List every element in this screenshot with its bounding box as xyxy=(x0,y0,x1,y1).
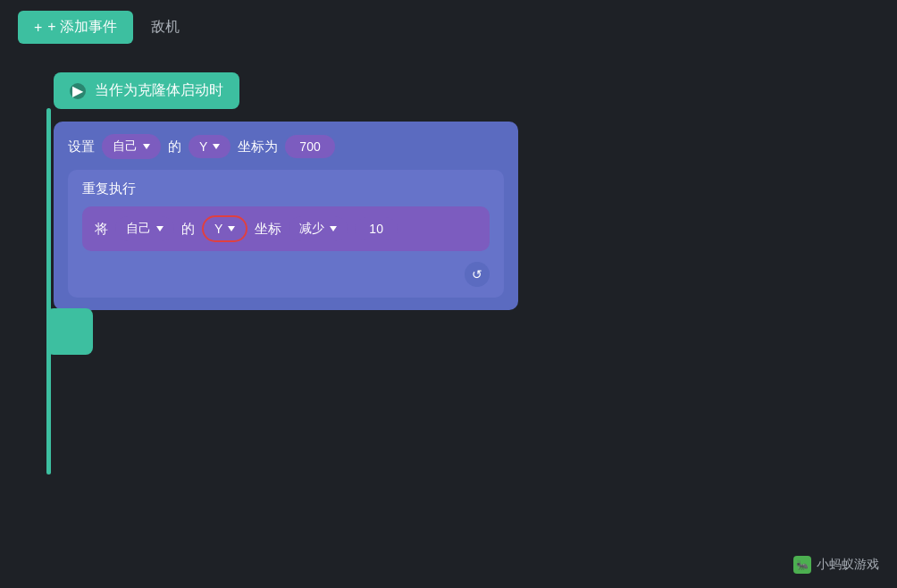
wechat-icon: 🐜 xyxy=(793,556,811,574)
canvas-area: ▶ 当作为克隆体启动时 设置 自己 的 Y 坐标为 700 重复执行 xyxy=(0,55,897,328)
action-operation-dropdown[interactable]: 减少 xyxy=(289,216,348,241)
set-value: 700 xyxy=(299,139,320,154)
refresh-area: ↺ xyxy=(82,258,490,287)
set-axis-label: Y xyxy=(199,139,207,154)
action-subject-arrow xyxy=(156,226,163,231)
set-value-pill[interactable]: 700 xyxy=(285,135,334,158)
tab-label: 敌机 xyxy=(151,18,180,37)
action-operation-arrow xyxy=(330,226,337,231)
action-operation-label: 减少 xyxy=(299,221,324,237)
set-axis-dropdown[interactable]: Y xyxy=(189,135,231,158)
set-y-block: 设置 自己 的 Y 坐标为 700 xyxy=(68,134,504,159)
vertical-connector-line xyxy=(46,108,51,475)
action-block: 将 自己 的 Y 坐标 减少 10 xyxy=(82,206,490,251)
action-subject-dropdown[interactable]: 自己 xyxy=(115,216,174,241)
action-axis-dropdown-highlighted[interactable]: Y xyxy=(202,215,247,242)
action-value: 10 xyxy=(369,222,383,236)
repeat-block: 重复执行 将 自己 的 Y 坐标 减少 10 xyxy=(68,170,504,298)
watermark-text: 小蚂蚁游戏 xyxy=(817,557,879,573)
watermark: 🐜 小蚂蚁游戏 xyxy=(793,556,879,574)
action-axis-label: Y xyxy=(214,222,222,236)
action-suffix: 坐标 xyxy=(255,221,281,238)
plus-icon: + xyxy=(34,20,42,36)
set-prefix: 设置 xyxy=(68,139,95,155)
set-connector: 的 xyxy=(168,139,181,155)
set-subject-label: 自己 xyxy=(113,139,138,155)
refresh-icon[interactable]: ↺ xyxy=(465,262,490,287)
trigger-play-icon: ▶ xyxy=(70,83,86,99)
set-subject-arrow xyxy=(143,144,150,149)
repeat-label: 重复执行 xyxy=(82,181,490,197)
top-bar: + + 添加事件 敌机 xyxy=(0,0,897,55)
action-subject-label: 自己 xyxy=(126,221,151,237)
set-suffix: 坐标为 xyxy=(238,139,278,155)
set-axis-arrow xyxy=(213,144,220,149)
add-event-label: + 添加事件 xyxy=(47,18,117,37)
trigger-label: 当作为克隆体启动时 xyxy=(95,81,223,100)
action-axis-arrow xyxy=(228,226,235,231)
trigger-block: ▶ 当作为克隆体启动时 xyxy=(54,72,861,109)
action-value-pill[interactable]: 10 xyxy=(355,217,398,240)
action-prefix: 将 xyxy=(95,221,108,238)
trigger-header[interactable]: ▶ 当作为克隆体启动时 xyxy=(54,72,239,109)
bottom-teal-block xyxy=(46,308,93,355)
action-connector: 的 xyxy=(181,221,195,238)
add-event-button[interactable]: + + 添加事件 xyxy=(18,11,133,44)
blocks-container: 设置 自己 的 Y 坐标为 700 重复执行 将 自己 xyxy=(54,122,518,310)
set-subject-dropdown[interactable]: 自己 xyxy=(102,134,161,159)
